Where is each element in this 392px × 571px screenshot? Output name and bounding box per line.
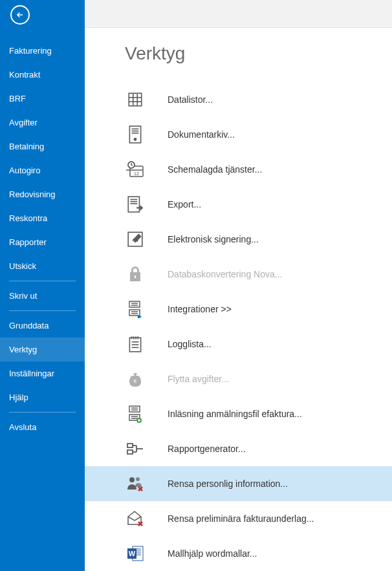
tool-datalistor[interactable]: Datalistor...: [85, 82, 392, 117]
envelope-remove-icon: [125, 508, 146, 529]
page-title: Verktyg: [125, 43, 392, 64]
nav-item-rapporter[interactable]: Rapporter: [0, 230, 85, 254]
tool-label: Rensa personlig information...: [168, 479, 288, 489]
svg-point-51: [129, 477, 135, 482]
grid-icon: [125, 89, 146, 110]
svg-rect-23: [129, 301, 140, 307]
tool-inlasning[interactable]: Inläsning anmälningsfil efaktura...: [85, 396, 392, 431]
calendar-clock-icon: 12: [125, 159, 146, 180]
tool-signering[interactable]: Elektronisk signering...: [85, 222, 392, 257]
svg-rect-22: [135, 275, 136, 278]
tool-rapportgenerator[interactable]: Rapportgenerator...: [85, 431, 392, 466]
nav-item-utskick[interactable]: Utskick: [0, 254, 85, 278]
svg-rect-0: [129, 93, 142, 106]
sidebar: Fakturering Kontrakt BRF Avgifter Betaln…: [0, 0, 85, 571]
tool-label: Export...: [168, 199, 201, 210]
svg-text:W: W: [129, 550, 136, 557]
tool-label: Elektronisk signering...: [168, 234, 259, 244]
nav-item-autogiro[interactable]: Autogiro: [0, 158, 85, 182]
integration-icon: [125, 299, 146, 319]
nav-divider: [9, 310, 76, 311]
tool-label: Datalistor...: [168, 94, 213, 105]
tool-integrationer[interactable]: Integrationer >>: [85, 292, 392, 327]
tool-label: Dokumentarkiv...: [168, 129, 235, 140]
nav-item-redovisning[interactable]: Redovisning: [0, 182, 85, 206]
tool-list: Datalistor... Dokumentarkiv... 12 Schema…: [85, 82, 392, 571]
nav-item-hjalp[interactable]: Hjälp: [0, 385, 85, 409]
users-remove-icon: [125, 473, 146, 494]
nav-divider: [9, 412, 76, 413]
tool-label: Flytta avgifter...: [168, 374, 229, 384]
export-icon: [125, 194, 146, 215]
nav-item-fakturering[interactable]: Fakturering: [0, 39, 85, 63]
svg-text:12: 12: [134, 171, 139, 176]
nav-item-avsluta[interactable]: Avsluta: [0, 415, 85, 439]
tool-dokumentarkiv[interactable]: Dokumentarkiv...: [85, 117, 392, 152]
tool-label: Rapportgenerator...: [168, 444, 246, 454]
nav-item-brf[interactable]: BRF: [0, 87, 85, 111]
server-plus-icon: [125, 404, 146, 424]
word-icon: W: [125, 543, 146, 564]
svg-text:€: €: [134, 378, 137, 384]
tool-rensa-preliminara[interactable]: Rensa preliminära fakturaunderlag...: [85, 501, 392, 536]
tool-mallhjalp[interactable]: W Mallhjälp wordmallar...: [85, 536, 392, 571]
nav-item-verktyg[interactable]: Verktyg: [0, 338, 85, 361]
tool-label: Inläsning anmälningsfil efaktura...: [168, 409, 302, 419]
svg-rect-38: [129, 406, 140, 412]
nav-item-kontrakt[interactable]: Kontrakt: [0, 63, 85, 87]
log-icon: [125, 334, 146, 354]
tool-label: Schemalagda tjänster...: [168, 164, 262, 175]
nav-item-betalning[interactable]: Betalning: [0, 135, 85, 158]
nav-primary: Fakturering Kontrakt BRF Avgifter Betaln…: [0, 30, 85, 439]
back-button[interactable]: [0, 0, 85, 30]
tool-label: Mallhjälp wordmallar...: [168, 548, 257, 559]
header-bar: [85, 0, 392, 28]
server-icon: [125, 124, 146, 145]
svg-point-52: [136, 477, 140, 481]
nav-item-grunddata[interactable]: Grunddata: [0, 314, 85, 338]
tool-export[interactable]: Export...: [85, 187, 392, 222]
svg-rect-45: [127, 444, 133, 447]
svg-line-16: [131, 165, 133, 166]
tool-schemalagda[interactable]: 12 Schemalagda tjänster...: [85, 152, 392, 187]
tool-databaskonvertering: Databaskonvertering Nova...: [85, 257, 392, 292]
content: Verktyg Datalistor... Dokumentarkiv... 1…: [85, 28, 392, 571]
lock-icon: [125, 264, 146, 285]
tool-label: Rensa preliminära fakturaunderlag...: [168, 513, 314, 524]
svg-point-9: [134, 138, 136, 140]
tool-label: Logglista...: [168, 339, 212, 349]
nav-divider: [9, 281, 76, 281]
nav-item-skriv-ut[interactable]: Skriv ut: [0, 284, 85, 308]
back-icon: [10, 5, 30, 25]
nav-item-reskontra[interactable]: Reskontra: [0, 206, 85, 230]
tool-label: Databaskonvertering Nova...: [168, 269, 282, 279]
tool-flytta-avgifter: € Flytta avgifter...: [85, 361, 392, 396]
report-icon: [125, 438, 146, 459]
tool-logglista[interactable]: Logglista...: [85, 327, 392, 361]
svg-rect-24: [129, 310, 140, 316]
nav-item-avgifter[interactable]: Avgifter: [0, 111, 85, 135]
main-area: Verktyg Datalistor... Dokumentarkiv... 1…: [85, 0, 392, 571]
tool-rensa-personlig[interactable]: Rensa personlig information...: [85, 466, 392, 501]
tool-label: Integrationer >>: [168, 304, 232, 314]
sign-icon: [125, 229, 146, 250]
svg-rect-46: [127, 450, 133, 454]
money-bag-icon: €: [125, 369, 146, 389]
nav-item-installningar[interactable]: Inställningar: [0, 361, 85, 385]
